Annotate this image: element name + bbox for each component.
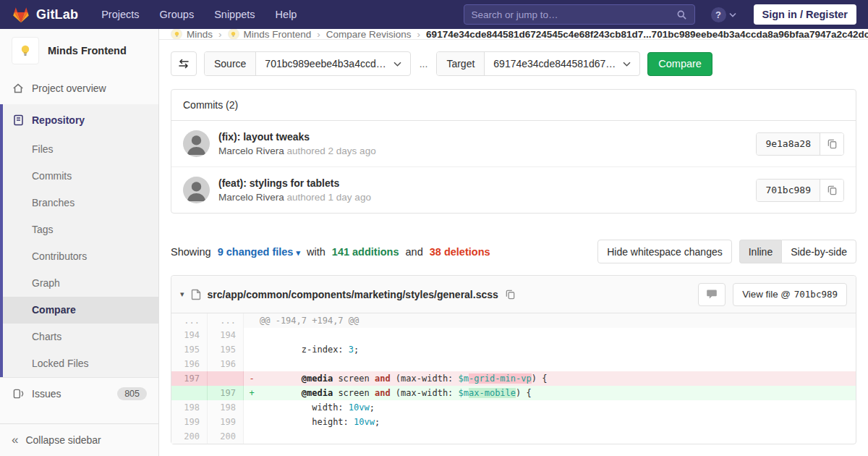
commit-title-link[interactable]: (feat): stylings for tablets: [218, 177, 756, 189]
search-input[interactable]: [472, 9, 671, 20]
breadcrumb-label: Minds Frontend: [244, 29, 312, 40]
copy-sha-button[interactable]: [820, 133, 843, 155]
new-line-number[interactable]: 195: [208, 342, 244, 357]
tanuki-icon: [12, 6, 30, 24]
diff-code: height: 10vw;: [244, 415, 856, 429]
sidebar-item-charts[interactable]: Charts: [3, 324, 158, 350]
sidebar-item-tags[interactable]: Tags: [3, 216, 158, 243]
swap-revisions-button[interactable]: [171, 51, 197, 76]
commit-meta: Marcelo Rivera authored 1 day ago: [218, 192, 756, 203]
user-avatar[interactable]: [183, 177, 210, 203]
inline-view-button[interactable]: Inline: [739, 240, 781, 263]
sidebar-item-branches[interactable]: Branches: [3, 190, 158, 216]
commit-sha-link[interactable]: 9e1a8a28: [757, 133, 820, 155]
copy-sha-button[interactable]: [820, 180, 843, 201]
sidebar-item-commits[interactable]: Commits: [3, 163, 158, 190]
source-ref-group: Source 701bc989eebe4b3a4ccd…: [204, 51, 411, 76]
new-line-number[interactable]: 197: [208, 386, 244, 400]
sidebar-item-compare[interactable]: Compare: [3, 297, 158, 324]
collapse-sidebar-button[interactable]: « Collapse sidebar: [0, 423, 158, 456]
copy-path-button[interactable]: [505, 289, 516, 300]
new-line-number[interactable]: 196: [208, 357, 244, 371]
old-line-number[interactable]: 195: [171, 342, 208, 357]
old-line-number[interactable]: 200: [171, 429, 208, 444]
sign-in-button[interactable]: Sign in / Register: [754, 4, 856, 25]
old-line-number[interactable]: 199: [171, 415, 208, 429]
sidebar-item-contributors[interactable]: Contributors: [3, 243, 158, 270]
help-menu[interactable]: ?: [711, 7, 736, 22]
compare-ellipsis: ...: [418, 58, 430, 69]
sidebar-item-files[interactable]: Files: [3, 136, 158, 163]
gitlab-logo[interactable]: GitLab: [12, 6, 78, 24]
nav-projects[interactable]: Projects: [101, 9, 139, 20]
toggle-comments-button[interactable]: [698, 283, 726, 306]
nav-groups[interactable]: Groups: [160, 9, 195, 20]
sidebar-item-project-overview[interactable]: Project overview: [0, 72, 158, 104]
sidebar-item-issues[interactable]: Issues 805: [0, 377, 158, 409]
breadcrumb-minds[interactable]: Minds: [171, 29, 213, 40]
old-line-number[interactable]: 194: [171, 328, 208, 342]
target-ref-group: Target 69174e34cde844581d67…: [436, 51, 640, 76]
project-header[interactable]: Minds Frontend: [0, 29, 158, 72]
new-line-number[interactable]: 198: [208, 400, 244, 415]
sidebar-item-locked-files[interactable]: Locked Files: [3, 350, 158, 377]
sidebar-item-repository[interactable]: Repository: [3, 104, 158, 136]
old-line-number[interactable]: 198: [171, 400, 208, 415]
commit-author-link[interactable]: Marcelo Rivera: [218, 145, 284, 156]
diff-line: 196196: [171, 357, 856, 371]
changed-files-dropdown[interactable]: 9 changed files ▾: [218, 246, 300, 258]
project-avatar-icon: [12, 37, 39, 64]
source-ref-value: 701bc989eebe4b3a4ccd…: [265, 58, 386, 69]
commits-header: Commits (2): [171, 90, 856, 121]
commit-sha-group: 9e1a8a28: [756, 132, 844, 156]
commit-text: (feat): stylings for tablets Marcelo Riv…: [218, 177, 756, 203]
search-box[interactable]: [464, 4, 695, 25]
additions-count: 141 additions: [332, 246, 399, 258]
source-ref-dropdown[interactable]: 701bc989eebe4b3a4ccd…: [256, 52, 409, 75]
commit-author-link[interactable]: Marcelo Rivera: [218, 192, 284, 203]
breadcrumb-current-sha: 69174e34cde844581d6724545c4e68f243cb81d7…: [426, 29, 868, 40]
chevron-down-icon: [623, 62, 631, 67]
commits-panel: Commits (2) (fix): layout tweaks Marcelo…: [171, 89, 856, 214]
nav-snippets[interactable]: Snippets: [214, 9, 255, 20]
breadcrumb-minds-frontend[interactable]: Minds Frontend: [228, 29, 312, 40]
breadcrumb: Minds › Minds Frontend › Compare Revisio…: [159, 29, 868, 40]
top-navbar: GitLab Projects Groups Snippets Help ? S…: [0, 0, 868, 29]
old-line-number[interactable]: 196: [171, 357, 208, 371]
new-line-number[interactable]: 199: [208, 415, 244, 429]
breadcrumb-label: Minds: [187, 29, 213, 40]
diff-line: 199199 height: 10vw;: [171, 415, 856, 429]
sidebar-item-label: Project overview: [32, 83, 106, 94]
side-by-side-view-button[interactable]: Side-by-side: [781, 240, 856, 263]
hide-whitespace-button[interactable]: Hide whitespace changes: [597, 240, 732, 263]
commit-title-link[interactable]: (fix): layout tweaks: [218, 131, 756, 143]
swap-icon: [178, 59, 190, 69]
issues-icon: [12, 388, 25, 400]
sidebar-item-graph[interactable]: Graph: [3, 270, 158, 297]
old-line-number[interactable]: [171, 386, 208, 400]
new-line-number[interactable]: ...: [208, 313, 244, 328]
commit-sha-link[interactable]: 701bc989: [757, 180, 820, 201]
nav-help[interactable]: Help: [276, 9, 297, 20]
old-line-number[interactable]: 197: [171, 371, 208, 386]
new-line-number[interactable]: 194: [208, 328, 244, 342]
diff-line: 197+ @media screen and (max-width: $max-…: [171, 386, 856, 400]
diff-line: ......@@ -194,7 +194,7 @@: [171, 313, 856, 328]
target-ref-dropdown[interactable]: 69174e34cde844581d67…: [485, 52, 639, 75]
file-path-link[interactable]: src/app/common/components/marketing/styl…: [208, 289, 498, 300]
deletions-count: 38 deletions: [430, 246, 490, 258]
commit-row: (feat): stylings for tablets Marcelo Riv…: [171, 166, 856, 213]
view-file-label: View file @: [742, 289, 791, 300]
new-line-number[interactable]: 200: [208, 429, 244, 444]
old-line-number[interactable]: ...: [171, 313, 208, 328]
and-label: and: [403, 246, 426, 258]
sidebar-item-label: Issues: [32, 388, 61, 400]
user-avatar[interactable]: [183, 130, 210, 157]
compare-button[interactable]: Compare: [647, 52, 712, 76]
view-file-button[interactable]: View file @ 701bc989: [733, 283, 847, 306]
collapse-file-caret[interactable]: ▾: [180, 290, 184, 299]
breadcrumb-separator: ›: [218, 29, 222, 40]
new-line-number[interactable]: [208, 371, 244, 386]
breadcrumb-compare-revisions[interactable]: Compare Revisions: [326, 29, 412, 40]
with-label: with: [304, 246, 328, 258]
